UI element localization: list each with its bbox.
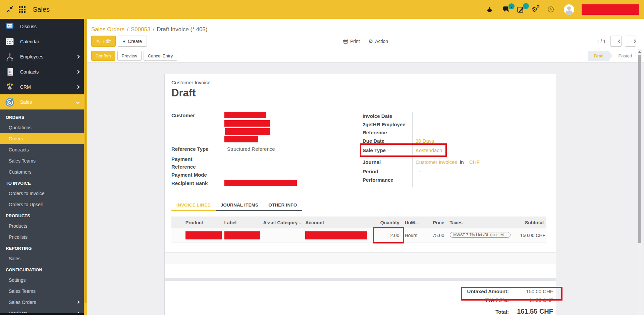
cell-subtotal: 150.00 CHF <box>517 233 546 238</box>
user-avatar[interactable] <box>564 4 574 15</box>
breadcrumb-current: Draft Invoice (* 405) <box>157 26 207 33</box>
compress-icon[interactable] <box>4 4 15 15</box>
sidebar-app-employees[interactable]: Employees <box>0 49 84 64</box>
action-menu[interactable]: ⚙ Action <box>369 38 388 44</box>
sidebar-app-discuss[interactable]: Discuss <box>0 19 84 34</box>
invoice-sheet: Customer Invoice Draft Customer Referenc… <box>164 74 556 315</box>
col-label[interactable]: Label <box>222 220 261 225</box>
chevron-right-icon <box>76 55 79 58</box>
invoice-line-row[interactable]: 2.00 Hours 75.00 MWST 7.7% Lief./DL (exk… <box>171 228 546 242</box>
breadcrumb-link-s00053[interactable]: S00053 <box>131 26 151 33</box>
col-uom[interactable]: UoM... <box>402 220 427 225</box>
tax-badge[interactable]: MWST 7.7% Lief./DL (exkl. M... <box>450 232 511 238</box>
sidebar-item-quotations[interactable]: Quotations <box>0 122 84 133</box>
plus-icon: + <box>123 39 125 44</box>
state-posted[interactable]: Posted <box>612 51 638 61</box>
sidebar-item-contracts[interactable]: Contracts <box>0 144 84 155</box>
pager-previous-button[interactable] <box>610 36 622 47</box>
sidebar-item-customers[interactable]: Customers <box>0 166 84 177</box>
sidebar-item-orders[interactable]: Orders <box>0 133 84 144</box>
field-separator <box>222 112 222 187</box>
field-journal-infix: in <box>460 159 464 165</box>
create-button[interactable]: +Create <box>118 36 147 47</box>
sidebar-item-orders-to-invoice[interactable]: Orders to Invoice <box>0 188 84 199</box>
sidebar-item-products[interactable]: Products <box>0 220 84 231</box>
activities-compose-icon[interactable]: 1 <box>517 6 524 13</box>
field-value-reference-type[interactable]: Structured Reference <box>227 146 275 152</box>
col-taxes[interactable]: Taxes <box>447 220 518 225</box>
edit-button[interactable]: ✎Edit <box>91 36 116 47</box>
field-label-payment-reference: Payment Reference <box>171 155 212 171</box>
preview-button[interactable]: Preview <box>117 51 142 61</box>
cancel-entry-button[interactable]: Cancel Entry <box>144 51 177 61</box>
col-product[interactable]: Product <box>183 220 222 225</box>
field-label-journal: Journal <box>363 159 381 165</box>
col-account[interactable]: Account <box>303 220 367 225</box>
sidebar-item-config-sales-teams[interactable]: Sales Teams <box>0 285 84 297</box>
messages-icon[interactable]: 3 <box>502 6 510 13</box>
redacted-label <box>224 231 261 239</box>
field-label-performance: Performance <box>363 177 393 183</box>
sidebar-item-orders-to-upsell[interactable]: Orders to Upsell <box>0 199 84 210</box>
sidebar-app-label: Employees <box>20 54 43 59</box>
field-value-journal[interactable]: Customer Invoices <box>416 159 457 165</box>
total-value: 161.55 CHF <box>509 308 553 315</box>
tab-invoice-lines[interactable]: INVOICE LINES <box>171 200 216 211</box>
main-scrollbar[interactable] <box>638 49 642 315</box>
sidebar-app-calendar[interactable]: Calendar <box>0 34 84 49</box>
sidebar: Discuss Calendar Employees Contacts <box>0 19 84 315</box>
pager-next-button[interactable] <box>625 36 636 47</box>
sidebar-item-sales-report[interactable]: Sales <box>0 253 84 264</box>
annotation-box-quantity <box>373 227 404 243</box>
control-panel: ✎Edit +Create Print ⚙ Action 1 / 1 <box>87 34 644 49</box>
col-subtotal[interactable]: Subtotal <box>517 220 546 225</box>
main-scrollbar-handle[interactable] <box>638 55 641 243</box>
redacted-customer-city <box>225 128 270 135</box>
sidebar-item-pricelists[interactable]: Pricelists <box>0 231 84 242</box>
annotation-box-sale-type <box>360 143 447 157</box>
calendar-icon <box>5 37 15 47</box>
total-separator <box>514 306 553 306</box>
confirm-button[interactable]: Confirm <box>91 51 115 61</box>
scroll-up-arrow-icon[interactable] <box>638 51 641 53</box>
state-draft[interactable]: Draft <box>588 51 612 61</box>
redacted-username <box>582 4 639 15</box>
sidebar-scrollbar[interactable] <box>84 19 87 315</box>
state-widget: Draft Posted <box>588 51 638 61</box>
topbar-systray: 3 1 ⚙⚙ <box>484 4 644 15</box>
apps-grid-icon[interactable] <box>19 6 25 13</box>
sidebar-item-sales-teams[interactable]: Sales Teams <box>0 155 84 166</box>
col-quantity[interactable]: Quantity <box>367 220 402 225</box>
menu-header-to-invoice: TO INVOICE <box>0 177 84 188</box>
sidebar-scrollbar-handle[interactable] <box>85 19 87 303</box>
col-asset-category[interactable]: Asset Category... <box>260 220 303 225</box>
cell-uom: Hours <box>402 233 427 238</box>
invoice-state-heading: Draft <box>171 87 196 99</box>
systray-gears-icon[interactable]: ⚙⚙ <box>532 6 538 13</box>
total-label: Total: <box>495 309 509 315</box>
field-value-currency[interactable]: CHF <box>469 159 480 165</box>
clock-icon[interactable] <box>545 4 556 15</box>
col-price[interactable]: Price <box>427 220 447 225</box>
chevron-right-icon <box>632 39 636 43</box>
print-menu[interactable]: Print <box>343 38 360 44</box>
field-label-period: Period <box>363 169 378 174</box>
sidebar-app-sales[interactable]: Sales <box>0 94 84 109</box>
sidebar-item-settings[interactable]: Settings <box>0 274 84 285</box>
sidebar-app-contacts[interactable]: Contacts <box>0 64 84 79</box>
field-value-due-date[interactable]: 30 Days <box>416 138 434 144</box>
cell-account <box>303 231 367 239</box>
bug-icon[interactable] <box>484 4 495 15</box>
tab-journal-items[interactable]: JOURNAL ITEMS <box>216 200 264 210</box>
annotation-box-untaxed-amount <box>461 287 562 301</box>
sidebar-item-config-sales-orders[interactable]: Sales Orders <box>0 297 84 308</box>
pencil-icon: ✎ <box>96 39 100 44</box>
menu-header-orders: ORDERS <box>0 111 84 122</box>
menu-header-configuration: CONFIGURATION <box>0 264 84 274</box>
total-row: Total: 161.55 CHF <box>436 308 553 315</box>
tab-other-info[interactable]: OTHER INFO <box>263 200 302 210</box>
sidebar-app-crm[interactable]: CRM <box>0 79 84 94</box>
invoice-lines-table: Product Label Asset Category... Account … <box>171 217 546 242</box>
sidebar-app-label: Discuss <box>20 24 37 29</box>
breadcrumb-link-sales-orders[interactable]: Sales Orders <box>91 26 124 33</box>
